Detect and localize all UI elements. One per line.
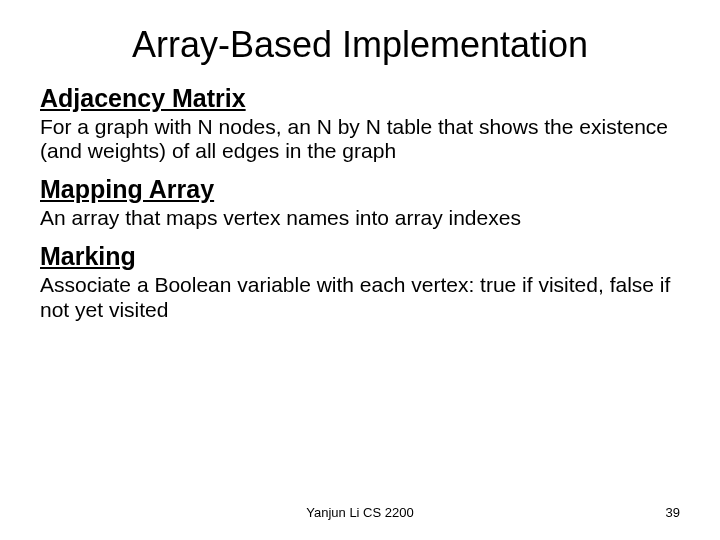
slide: Array-Based Implementation Adjacency Mat… — [0, 0, 720, 540]
footer-author: Yanjun Li CS 2200 — [0, 505, 720, 520]
section-body: For a graph with N nodes, an N by N tabl… — [40, 115, 680, 163]
footer-page-number: 39 — [666, 505, 680, 520]
section-body: Associate a Boolean variable with each v… — [40, 273, 680, 321]
section-body: An array that maps vertex names into arr… — [40, 206, 680, 230]
section-heading: Adjacency Matrix — [40, 84, 680, 113]
section-heading: Mapping Array — [40, 175, 680, 204]
slide-title: Array-Based Implementation — [40, 24, 680, 66]
section-heading: Marking — [40, 242, 680, 271]
